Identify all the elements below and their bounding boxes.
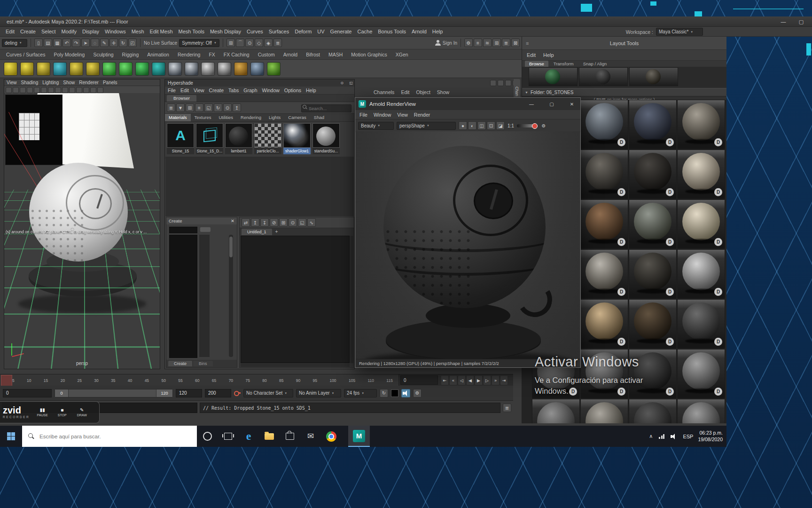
material-swatch[interactable]: particleClo... (254, 123, 281, 157)
material-swatch[interactable]: lambert1 (225, 123, 252, 157)
toolbar-icon[interactable]: ≣ (167, 103, 175, 112)
render-tool-icon[interactable]: ⊡ (487, 121, 495, 130)
menu-item[interactable]: Arnold (409, 29, 429, 34)
menu-item[interactable]: Generate (328, 29, 355, 34)
stone-material-tile[interactable]: D (580, 100, 628, 149)
shelf-tool-icon[interactable] (70, 62, 83, 76)
menu-item[interactable]: View (194, 87, 204, 93)
menu-item[interactable]: Show (63, 80, 75, 85)
render-tool-icon[interactable]: ◐ (468, 121, 476, 130)
category-tab[interactable]: Textures (191, 114, 215, 121)
menu-item[interactable]: Mesh (129, 29, 147, 34)
shelf-tool-icon[interactable] (250, 62, 264, 76)
scrollbar[interactable] (241, 364, 350, 367)
viewport-icon[interactable] (55, 87, 61, 93)
material-swatch[interactable]: standardSu... (312, 123, 340, 157)
menu-item[interactable]: Panels (103, 80, 117, 85)
shelf-tool-icon[interactable] (135, 62, 149, 76)
mail-button[interactable]: ✉ (300, 426, 321, 447)
shelf-tool-icon[interactable] (53, 62, 67, 76)
shelf-tab[interactable]: Bifrost (302, 52, 324, 57)
menu-item[interactable]: Edit Mesh (147, 29, 176, 34)
graph-tab[interactable]: Untitled_1 (242, 229, 272, 235)
sound-toggle-icon[interactable] (401, 389, 410, 397)
material-swatch[interactable]: Stone_15 (167, 123, 194, 157)
shelf-tab[interactable]: XGen (391, 52, 413, 57)
viewport-icon[interactable] (48, 87, 54, 93)
menu-item[interactable]: Renderer (79, 80, 99, 85)
fps-dropdown[interactable]: 24 fps▼ (344, 389, 377, 397)
taskbar-search-box[interactable] (22, 426, 197, 447)
menu-item[interactable]: Bonus Tools (375, 29, 409, 34)
viewport-icon[interactable] (83, 87, 89, 93)
recorder-button[interactable]: ▮▮ PAUSE (32, 408, 52, 417)
material-preview-thumb[interactable] (629, 67, 678, 86)
menu-item[interactable]: Shading (21, 80, 39, 85)
channel-icon[interactable] (490, 80, 496, 86)
playback-end-field[interactable]: 120 (176, 389, 202, 397)
exposure-slider[interactable] (517, 124, 537, 127)
channel-icon[interactable] (498, 80, 504, 86)
edge-button[interactable] (238, 426, 259, 447)
menu-item[interactable]: View (397, 112, 408, 118)
viewport-icon[interactable] (34, 87, 40, 93)
stone-material-tile[interactable]: D (677, 299, 725, 349)
toolbar-icon[interactable]: ✛ (109, 39, 118, 47)
aov-dropdown[interactable]: Beauty▼ (358, 122, 394, 130)
shelf-tool-icon[interactable] (201, 62, 215, 76)
material-preview-thumb[interactable] (579, 67, 628, 86)
viewport-icon[interactable] (76, 87, 82, 93)
anim-start-field[interactable]: 0 (3, 389, 52, 397)
channel-icon[interactable] (505, 80, 511, 86)
menu-item[interactable]: File (168, 87, 176, 93)
category-tab[interactable]: Shad (310, 114, 328, 121)
script-editor-icon[interactable]: ≣ (503, 404, 511, 412)
browser-tab[interactable]: Browser (167, 95, 196, 102)
scrollbar[interactable] (229, 235, 233, 357)
toolbar-icon[interactable]: ≡ (474, 39, 482, 47)
anim-layer-dropdown[interactable]: No Anim Layer▼ (296, 389, 341, 397)
viewport-icon[interactable] (13, 87, 19, 93)
menu-item[interactable]: Edit (527, 52, 536, 58)
menu-item[interactable]: Tabs (228, 87, 239, 93)
loop-toggle-icon[interactable]: ↻ (380, 389, 388, 397)
stone-material-tile[interactable]: D (677, 150, 725, 199)
shelf-tool-icon[interactable] (4, 62, 17, 76)
maya-taskbar-button[interactable] (348, 426, 370, 447)
task-view-button[interactable] (218, 426, 238, 447)
float-icon[interactable]: ◱ (348, 80, 354, 86)
menu-item[interactable]: Show (437, 89, 449, 95)
close-icon[interactable]: ✕ (231, 218, 234, 223)
viewport-icon[interactable] (69, 87, 75, 93)
menu-item[interactable]: Mesh Display (207, 29, 244, 34)
toolbar-icon[interactable]: ⊞ (279, 218, 288, 227)
tray-expand-icon[interactable]: ∧ (649, 433, 653, 439)
viewport-icon[interactable] (20, 87, 26, 93)
toolbar-icon[interactable]: ⊙ (223, 103, 232, 112)
menu-item[interactable]: Window (374, 112, 391, 118)
toolbar-icon[interactable]: ↷ (72, 39, 80, 47)
menu-item[interactable]: Modify (59, 29, 79, 34)
stone-material-tile[interactable]: D (629, 100, 677, 149)
time-slider[interactable]: 5101520253035404550556065707580859095100… (0, 374, 513, 387)
material-preview-thumb[interactable] (529, 67, 578, 86)
stone-material-tile[interactable]: D (580, 199, 628, 249)
stone-material-tile[interactable]: D (629, 299, 677, 349)
toolbar-icon[interactable]: ◱ (298, 218, 306, 227)
close-button[interactable]: ✕ (563, 98, 580, 110)
viewport-canvas[interactable]: (s) around on current XZ plane. CTRL to … (4, 93, 160, 369)
arnold-titlebar[interactable]: M Arnold RenderView — ▢ ✕ (355, 98, 580, 110)
panel-tab[interactable]: Browse (525, 61, 548, 67)
toolbar-icon[interactable]: ≣ (502, 39, 510, 47)
playback-button[interactable]: ⇥ (500, 375, 508, 385)
range-start-handle[interactable]: 0 (55, 389, 69, 397)
toolbar-icon[interactable]: ⊙ (289, 218, 297, 227)
shelf-tool-icon[interactable] (267, 62, 281, 76)
menu-item[interactable]: Cache (354, 29, 375, 34)
menu-item[interactable]: View (7, 80, 17, 85)
menu-item[interactable]: Edit (180, 87, 189, 93)
stone-material-tile[interactable]: D (629, 399, 677, 423)
shelf-tab[interactable]: Animation (143, 52, 173, 57)
shelf-tab[interactable]: Poly Modeling (49, 52, 89, 57)
playback-range-slider[interactable]: 0 120 (55, 389, 173, 397)
